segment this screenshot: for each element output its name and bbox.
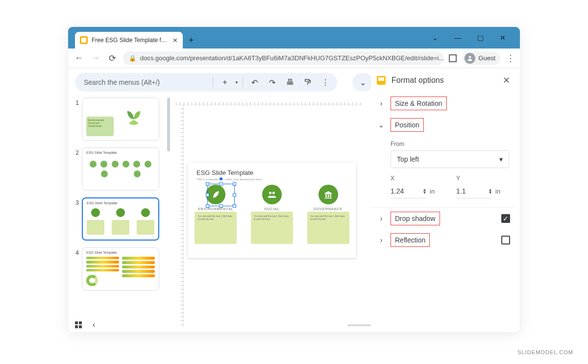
- slide-thumbnail-2[interactable]: ESG Slide Template: [82, 147, 159, 191]
- extensions-icon[interactable]: [449, 54, 457, 62]
- url-input[interactable]: 🔒 docs.google.com/presentation/d/1aKA6T3…: [123, 51, 444, 65]
- chevron-right-icon: ›: [378, 215, 385, 222]
- new-slide-dropdown-icon[interactable]: ▼: [235, 80, 239, 85]
- column-label: ENVIRONMENTAL: [198, 207, 234, 211]
- x-label: X: [391, 175, 443, 182]
- new-slide-button[interactable]: +: [217, 74, 233, 90]
- svg-point-3: [272, 192, 275, 194]
- column-body: You can edit this text. Click here to ed…: [307, 212, 349, 244]
- x-value: 1.24: [391, 187, 404, 195]
- watermark: SLIDEMODEL.COM: [517, 349, 573, 355]
- vertical-ruler: [176, 105, 184, 327]
- y-value: 1.1: [456, 187, 466, 195]
- resize-handle[interactable]: [220, 182, 223, 186]
- separator: [213, 77, 213, 87]
- address-bar: ← → ⟳ 🔒 docs.google.com/presentation/d/1…: [68, 49, 520, 68]
- people-icon[interactable]: [262, 185, 282, 204]
- resize-handle[interactable]: [233, 182, 236, 186]
- bank-icon[interactable]: [318, 185, 338, 204]
- from-dropdown[interactable]: Top left ▾: [391, 150, 509, 168]
- url-text: docs.google.com/presentation/d/1aKA6T3yB…: [140, 54, 444, 62]
- browser-window: Free ESG Slide Template for Powe ✕ + ⌄ —…: [68, 26, 520, 333]
- reload-button[interactable]: ⟳: [106, 52, 118, 64]
- minimize-button[interactable]: —: [446, 30, 469, 46]
- thumbnail-scrollbar[interactable]: [167, 97, 170, 151]
- tab-title: Free ESG Slide Template for Powe: [92, 37, 169, 44]
- y-label: Y: [456, 175, 509, 182]
- forward-button[interactable]: →: [90, 52, 101, 64]
- drop-shadow-checkbox[interactable]: ✓: [501, 214, 510, 223]
- x-unit: in: [430, 188, 435, 195]
- menu-search[interactable]: Search the menus (Alt+/): [79, 78, 209, 86]
- rotate-handle-icon[interactable]: [220, 177, 222, 180]
- thumbnail-row: 1 Environmental, Social and Governance: [73, 97, 166, 141]
- slide-canvas[interactable]: ESG Slide Template This is a sample text…: [188, 162, 356, 258]
- redo-button[interactable]: ↷: [265, 74, 280, 90]
- maximize-button[interactable]: ▢: [469, 30, 491, 46]
- separator: [243, 77, 243, 87]
- bottom-controls: ‹: [75, 320, 95, 329]
- thumb-text: Environmental, Social and Governance: [86, 117, 114, 136]
- size-rotation-section[interactable]: › Size & Rotation: [371, 93, 516, 114]
- slide-thumbnail-3[interactable]: ESG Slide Template: [82, 197, 159, 241]
- stepper-icon[interactable]: ▴▾: [423, 188, 426, 194]
- chevron-down-icon[interactable]: ⌄: [424, 30, 446, 46]
- profile-button[interactable]: Guest: [463, 51, 500, 65]
- slide-thumbnails: 1 Environmental, Social and Governance 2…: [73, 97, 166, 313]
- y-unit: in: [495, 188, 500, 195]
- close-panel-button[interactable]: ✕: [503, 75, 510, 86]
- print-button[interactable]: 🖶: [282, 74, 298, 90]
- resize-handle[interactable]: [206, 182, 209, 186]
- thumbnail-row: 2 ESG Slide Template: [73, 147, 166, 191]
- resize-handle[interactable]: [233, 204, 236, 208]
- svg-rect-1: [305, 79, 309, 81]
- chevron-down-icon: ⌄: [378, 121, 385, 129]
- app-body: Search the menus (Alt+/) + ▼ ↶ ↷ 🖶 ⋮ ⌄ 1…: [68, 68, 520, 332]
- position-section-body: From Top left ▾ X 1.24 ▴▾ in: [371, 136, 516, 208]
- plant-icon: [122, 103, 146, 127]
- thumb-title: ESG Slide Template: [86, 251, 117, 254]
- format-options-panel: Format options ✕ › Size & Rotation ⌄ Pos…: [371, 68, 516, 330]
- undo-button[interactable]: ↶: [247, 74, 263, 90]
- grid-view-icon[interactable]: [75, 321, 82, 328]
- expand-toolbar-button[interactable]: ⌄: [352, 73, 373, 92]
- close-tab-icon[interactable]: ✕: [172, 37, 178, 44]
- profile-label: Guest: [478, 54, 495, 62]
- position-section-header[interactable]: ⌄ Position: [371, 114, 516, 136]
- resize-handle[interactable]: [206, 204, 209, 208]
- chevron-right-icon: ›: [378, 236, 385, 244]
- stepper-icon[interactable]: ▴▾: [489, 188, 491, 194]
- avatar-icon: [465, 53, 475, 64]
- x-field: X 1.24 ▴▾ in: [391, 175, 443, 198]
- browser-tab[interactable]: Free ESG Slide Template for Powe ✕: [75, 32, 183, 49]
- resize-handle[interactable]: [206, 194, 209, 197]
- chrome-menu-icon[interactable]: ⋮: [506, 53, 515, 64]
- panel-title: Format options: [392, 76, 497, 85]
- close-window-button[interactable]: ✕: [491, 30, 514, 46]
- from-label: From: [391, 141, 509, 147]
- slide-thumbnail-4[interactable]: ESG Slide Template: [82, 247, 159, 291]
- x-input[interactable]: 1.24 ▴▾: [391, 184, 426, 198]
- resize-handle[interactable]: [220, 204, 223, 208]
- resize-handle[interactable]: [233, 194, 236, 197]
- prev-slide-button[interactable]: ‹: [93, 320, 95, 329]
- window-controls: ⌄ — ▢ ✕: [424, 27, 514, 49]
- thumb-title: ESG Slide Template: [86, 151, 117, 154]
- back-button[interactable]: ←: [73, 52, 85, 64]
- paint-format-button[interactable]: [300, 74, 316, 90]
- slide-title: ESG Slide Template: [196, 169, 253, 176]
- size-rotation-label: Size & Rotation: [395, 99, 442, 107]
- more-tools-icon[interactable]: ⋮: [318, 74, 333, 90]
- drop-shadow-section[interactable]: › Drop shadow ✓: [371, 208, 516, 229]
- chevron-right-icon: ›: [378, 99, 385, 107]
- slide-thumbnail-1[interactable]: Environmental, Social and Governance: [82, 97, 159, 141]
- reflection-section[interactable]: › Reflection: [371, 229, 516, 251]
- reflection-checkbox[interactable]: [501, 236, 510, 244]
- y-input[interactable]: 1.1 ▴▾: [456, 184, 491, 198]
- column-body: You can edit this text. Click here to ed…: [195, 212, 237, 244]
- selection-box[interactable]: [207, 184, 235, 206]
- column-body: You can edit this text. Click here to ed…: [251, 212, 293, 244]
- column-social: SOCIAL You can edit this text. Click her…: [249, 185, 294, 251]
- new-tab-button[interactable]: +: [189, 35, 194, 46]
- svg-point-2: [269, 192, 271, 194]
